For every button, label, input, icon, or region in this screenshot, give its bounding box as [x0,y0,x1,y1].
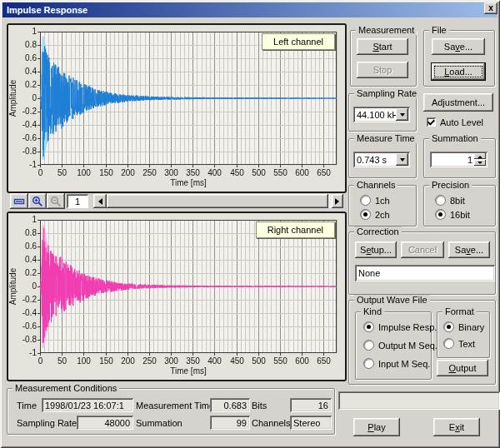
group-title: Correction [354,226,402,236]
measurement-time-value: 0.683 [223,401,247,411]
zoom-in-icon [32,196,43,207]
radio-8bit[interactable]: 8bit [435,195,465,206]
left-arrow-icon [95,198,102,205]
zoom-in-button[interactable] [28,193,47,209]
group-title: Sampling Rate [354,88,419,98]
radio-button-icon[interactable] [443,321,454,332]
sampling-rate-value: 48000 [104,418,130,428]
close-icon: x [488,4,493,12]
radio-label: Binary [458,322,484,332]
radio-impulse-resp[interactable]: Impulse Resp. [363,321,437,332]
start-button[interactable]: Start [357,38,408,55]
radio-label: 16bit [450,210,470,220]
radio-label: 8bit [450,196,465,206]
group-title: Precision [429,180,472,190]
chevron-down-icon [400,113,405,119]
spin-down-button[interactable] [474,160,486,166]
bits-value: 16 [318,401,328,411]
group-title: Format [442,306,477,316]
radio-button-icon[interactable] [360,209,371,220]
waveform-scrollbar[interactable] [93,194,343,208]
radio-output-m-seq[interactable]: Output M Seq. [363,340,438,351]
play-button[interactable]: Play [353,418,400,436]
group-channels: Channels [348,185,417,226]
chevron-down-icon [478,162,482,167]
radio-button-icon[interactable] [435,195,446,206]
summation-spinner[interactable]: 1 [430,152,488,167]
group-title: Output Wave File [354,295,430,305]
window-title: Impulse Response [7,5,88,15]
right-arrow-icon [335,198,342,205]
save-button[interactable]: Save... [432,38,485,55]
zoom-level-field[interactable]: 1 [67,194,88,208]
radio-label: Text [458,339,475,349]
radio-button-icon[interactable] [443,338,454,349]
group-title: Kind [361,306,384,316]
group-title: Channels [354,180,398,190]
stop-button[interactable]: Stop [357,62,408,78]
auto-level-checkbox[interactable]: Auto Level [427,117,483,127]
spinner-value: 1 [430,152,472,167]
radio-text[interactable]: Text [443,338,475,349]
radio-label: 1ch [375,196,390,206]
measurement-time-label: Measurement Time [136,401,214,411]
dialog-window: Impulse Response x Left channel 1 [0,0,500,448]
summation-label: Summation [136,418,182,428]
radio-16bit[interactable]: 16bit [435,209,470,220]
left-channel-chart: Left channel [7,23,347,193]
zoom-out-icon [50,196,62,207]
zoom-out-button[interactable] [47,193,65,209]
scroll-thumb[interactable] [107,194,328,208]
group-title: Summation [429,133,481,143]
chevron-up-icon [478,153,482,158]
group-precision: Precision [423,185,496,226]
radio-2ch[interactable]: 2ch [360,209,390,220]
radio-button-icon[interactable] [363,321,374,332]
correction-value: None [358,268,380,278]
time-field: 1998/01/23 16:07:1 [42,398,133,412]
dropdown-button[interactable] [396,153,408,166]
bits-field: 16 [290,398,332,412]
load-button[interactable]: Load... [432,63,485,80]
sampling-rate-field: 48000 [77,416,133,430]
channels-label: Channels [252,418,290,428]
exit-button[interactable]: Exit [433,418,480,436]
sampling-rate-select[interactable]: 44.100 kHz [353,107,410,122]
sampling-rate-label: Sampling Rate [17,418,77,428]
radio-label: 2ch [375,210,390,220]
checkbox-label: Auto Level [440,117,483,127]
radio-button-icon[interactable] [435,209,446,220]
radio-binary[interactable]: Binary [443,321,484,332]
adjustment-button[interactable]: Adjustment... [423,93,493,112]
radio-button-icon[interactable] [360,195,371,206]
spin-up-button[interactable] [474,153,486,159]
channels-value: Stereo [293,418,320,428]
fit-horizontal-button[interactable] [10,193,28,209]
radio-input-m-seq[interactable]: Input M Seq. [363,358,430,369]
group-title: File [429,25,449,35]
scroll-right-button[interactable] [332,194,343,208]
radio-label: Output M Seq. [378,341,438,351]
summation-value: 99 [237,418,247,428]
correction-value-field: None [355,265,495,281]
channels-field: Stereo [290,416,332,430]
group-title: Measurement Conditions [12,383,119,393]
radio-1ch[interactable]: 1ch [360,195,390,206]
left-channel-legend: Left channel [262,33,335,50]
output-button[interactable]: Output [437,360,488,376]
group-title: Measurement [356,25,417,35]
right-channel-chart: Right channel [7,212,347,381]
radio-button-icon[interactable] [363,340,374,351]
group-title: Measure Time [354,133,418,143]
close-button[interactable]: x [484,2,498,14]
correction-save-button[interactable]: Save... [448,241,490,258]
dropdown-button[interactable] [396,108,408,121]
scroll-left-button[interactable] [93,194,107,208]
correction-cancel-button[interactable]: Cancel [401,241,444,258]
radio-label: Impulse Resp. [378,322,437,332]
checkbox-icon[interactable] [427,117,436,127]
radio-button-icon[interactable] [363,358,374,369]
measure-time-select[interactable]: 0.743 s [353,152,410,167]
setup-button[interactable]: Setup... [355,241,397,258]
title-bar[interactable]: Impulse Response [2,2,498,17]
